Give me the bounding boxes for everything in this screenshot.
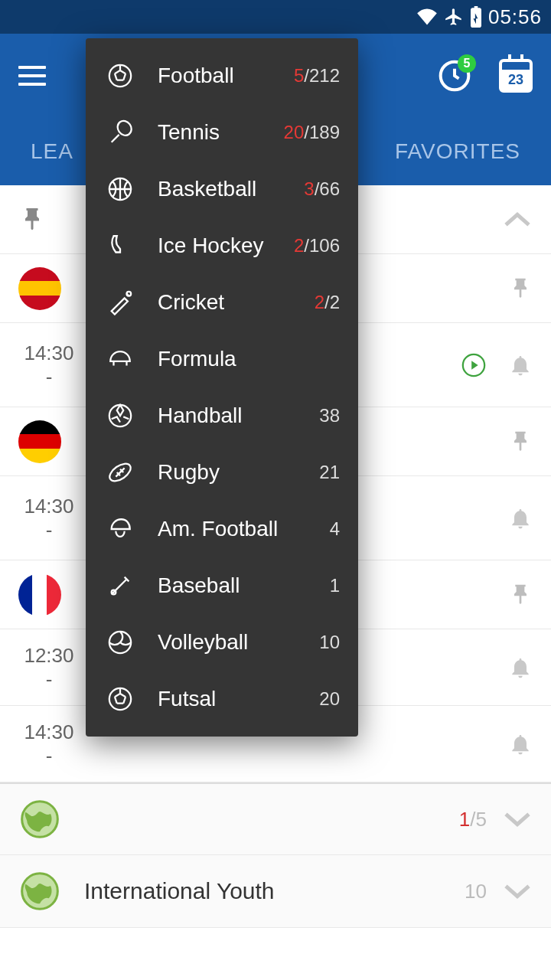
clock-badge: 5 — [458, 54, 476, 73]
sport-count: 5/212 — [294, 65, 340, 87]
sport-count: 3/66 — [304, 178, 340, 200]
sport-count: 1 — [330, 575, 340, 596]
bell-icon[interactable] — [508, 353, 533, 377]
airplane-icon — [444, 7, 464, 27]
calendar-button[interactable]: 23 — [499, 59, 533, 93]
live-clock-button[interactable]: 5 — [438, 59, 471, 93]
flag-france-icon — [18, 573, 61, 616]
sport-item-basketball[interactable]: Basketball3/66 — [86, 161, 358, 217]
sport-label: Football — [158, 64, 294, 88]
sport-item-volleyball[interactable]: Volleyball10 — [86, 614, 358, 671]
section-live-count: 1 — [459, 808, 470, 831]
sport-item-futsal[interactable]: Futsal20 — [86, 671, 358, 727]
chevron-down-icon[interactable] — [502, 880, 533, 903]
section-label: International Youth — [84, 878, 275, 904]
pin-icon[interactable] — [508, 583, 533, 607]
sport-count: 20 — [319, 688, 340, 710]
pin-icon[interactable] — [508, 276, 533, 301]
sport-item-formula[interactable]: Formula — [86, 331, 358, 387]
sport-label: Futsal — [158, 687, 319, 711]
sport-count: 10 — [319, 632, 340, 653]
globe-icon — [18, 870, 61, 913]
sport-dropdown: Football5/212Tennis20/189Basketball3/66I… — [86, 38, 358, 737]
tennis-icon — [104, 119, 136, 145]
status-bar: 05:56 — [0, 0, 551, 34]
section-total-count: /5 — [470, 808, 487, 831]
pin-icon[interactable] — [508, 430, 533, 454]
menu-button[interactable] — [18, 66, 46, 86]
match-time: 12:30- — [18, 644, 80, 691]
sport-label: Formula — [158, 347, 340, 371]
handball-icon — [104, 403, 136, 429]
sport-label: Tennis — [158, 120, 284, 145]
match-time: 14:30- — [18, 720, 80, 768]
sport-count: 21 — [319, 462, 340, 483]
sport-count: 2/106 — [294, 235, 340, 256]
sport-item-football[interactable]: Football5/212 — [86, 47, 358, 104]
football-icon — [104, 63, 136, 89]
bell-icon[interactable] — [508, 655, 533, 680]
volleyball-icon — [104, 629, 136, 655]
sport-count: 4 — [330, 518, 340, 540]
sport-item-baseball[interactable]: Baseball1 — [86, 557, 358, 614]
baseball-icon — [104, 573, 136, 599]
match-time: 14:30- — [18, 341, 80, 389]
pin-icon — [18, 206, 46, 234]
bell-icon[interactable] — [508, 732, 533, 756]
calendar-day: 23 — [502, 70, 530, 90]
sport-item-rugby[interactable]: Rugby21 — [86, 444, 358, 501]
sport-label: Cricket — [158, 290, 315, 315]
section-row-international-youth[interactable]: International Youth 10 — [0, 855, 551, 928]
cricket-icon — [104, 289, 136, 315]
sport-label: Basketball — [158, 177, 304, 201]
sport-count: 20/189 — [284, 122, 340, 143]
section-row-world[interactable]: 1/5 — [0, 782, 551, 855]
sport-count: 38 — [319, 405, 340, 426]
sport-item-handball[interactable]: Handball38 — [86, 387, 358, 444]
chevron-down-icon[interactable] — [502, 808, 533, 831]
flag-germany-icon — [18, 420, 61, 463]
wifi-icon — [416, 8, 438, 25]
sport-label: Ice Hockey — [158, 234, 294, 258]
tab-favorites[interactable]: FAVORITES — [395, 139, 520, 164]
sport-label: Handball — [158, 403, 319, 428]
sport-item-amfootball[interactable]: Am. Football4 — [86, 501, 358, 557]
tab-leagues[interactable]: LEA — [31, 139, 73, 164]
bell-icon[interactable] — [508, 506, 533, 531]
play-icon[interactable] — [461, 352, 487, 378]
section-total-count: 10 — [465, 880, 487, 903]
sport-item-icehockey[interactable]: Ice Hockey2/106 — [86, 217, 358, 274]
sport-label: Volleyball — [158, 630, 319, 655]
formula-icon — [104, 346, 136, 372]
futsal-icon — [104, 686, 136, 712]
sport-label: Am. Football — [158, 517, 330, 541]
icehockey-icon — [104, 233, 136, 259]
chevron-up-icon[interactable] — [502, 208, 533, 231]
amfootball-icon — [104, 516, 136, 542]
battery-charging-icon — [470, 6, 482, 28]
globe-icon — [18, 798, 61, 841]
status-time: 05:56 — [488, 5, 542, 29]
match-time: 14:30- — [18, 495, 80, 542]
flag-spain-icon — [18, 267, 61, 310]
sport-label: Baseball — [158, 573, 330, 598]
sport-label: Rugby — [158, 460, 319, 485]
svg-point-7 — [127, 292, 132, 296]
basketball-icon — [104, 176, 136, 202]
sport-item-tennis[interactable]: Tennis20/189 — [86, 104, 358, 161]
rugby-icon — [104, 459, 136, 485]
sport-count: 2/2 — [315, 292, 340, 313]
sport-item-cricket[interactable]: Cricket2/2 — [86, 274, 358, 331]
